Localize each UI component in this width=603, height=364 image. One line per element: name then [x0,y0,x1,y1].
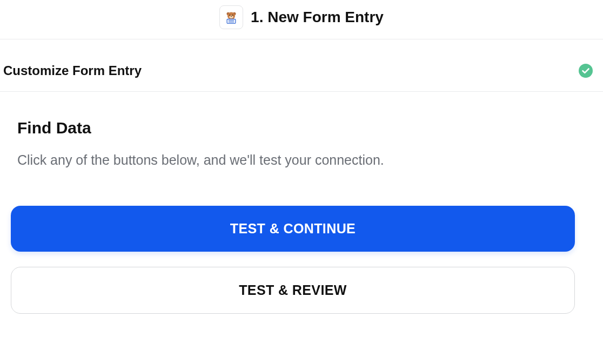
svg-point-4 [229,15,230,16]
find-data-description: Click any of the buttons below, and we'l… [17,152,588,168]
find-data-title: Find Data [17,119,588,137]
find-data-section: Find Data Click any of the buttons below… [0,92,603,329]
step-header: 1. New Form Entry [0,0,603,39]
step-title: 1. New Form Entry [251,9,384,26]
test-continue-button[interactable]: TEST & CONTINUE [11,206,575,252]
svg-point-6 [231,16,232,17]
svg-point-5 [232,15,233,16]
customize-section-label: Customize Form Entry [3,63,142,78]
customize-section-header[interactable]: Customize Form Entry [0,50,603,92]
bear-form-icon [224,10,239,25]
svg-point-10 [579,64,593,78]
test-review-button[interactable]: TEST & REVIEW [11,267,575,314]
app-icon-container [219,5,243,29]
check-circle-icon [578,63,593,78]
svg-rect-7 [227,19,236,24]
